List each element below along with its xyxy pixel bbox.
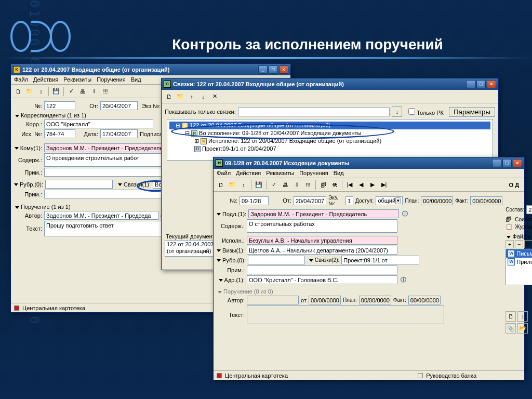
soderzh-field[interactable]: О проведении строительных работ: [44, 153, 174, 167]
up-icon[interactable]: ↑: [187, 91, 197, 102]
minimize-button[interactable]: _: [258, 65, 268, 74]
korr-field[interactable]: ООО "Кристалл": [44, 119, 153, 128]
titlebar[interactable]: И 09-1/28 от 20.04.2007 Исходящие докуме…: [214, 157, 524, 169]
folder-icon[interactable]: 📁: [24, 86, 35, 97]
tekst-field[interactable]: Прошу подготовить ответ: [44, 221, 174, 236]
delete-icon[interactable]: ✕: [209, 91, 220, 102]
vizy-field[interactable]: Щеглов А.А. - Начальник департамента (20…: [247, 246, 397, 255]
print-icon[interactable]: 🖶: [77, 86, 88, 97]
doc-icon[interactable]: 🗐: [318, 180, 328, 190]
tree-item[interactable]: ППроект:09-1/1 от 20/04/2007: [169, 145, 490, 153]
action-icon[interactable]: 🗋: [506, 311, 516, 322]
info-icon[interactable]: ⓘ: [400, 276, 407, 284]
prim-field[interactable]: [247, 265, 397, 274]
file-add-icon[interactable]: +: [506, 240, 514, 248]
tekst-field[interactable]: [247, 305, 444, 324]
soderzh-field[interactable]: О строительных работах: [247, 219, 397, 233]
pplan-field[interactable]: 00/00/0000: [359, 296, 391, 304]
ispoln-field[interactable]: Безуглых А.В. - Начальник управления: [247, 236, 397, 245]
nav-icon[interactable]: ↕: [238, 180, 249, 190]
rubr-field[interactable]: [45, 180, 113, 189]
first-icon[interactable]: |◀: [344, 180, 355, 190]
mark-icon[interactable]: !!!: [100, 86, 111, 97]
soispoln-link[interactable]: Соисполнители (0): [515, 217, 532, 222]
menu-actions[interactable]: Действия: [33, 76, 58, 83]
podl-field[interactable]: Задорнов М.М. - Президент - Председатель…: [248, 209, 399, 218]
menu-requisites[interactable]: Реквизиты: [266, 170, 294, 177]
dostup-field[interactable]: общий▼: [376, 196, 403, 205]
info-icon[interactable]: ⓘ: [401, 210, 408, 218]
check-icon[interactable]: ✓: [66, 86, 76, 97]
date-field[interactable]: 20/04/2007: [100, 101, 138, 110]
avtor-field[interactable]: Задорнов М.М. - Президент - Председа: [44, 211, 158, 220]
print-icon[interactable]: 🖶: [280, 180, 290, 190]
file-item[interactable]: WПриложение.doc: [506, 258, 532, 266]
barcode-icon[interactable]: ⦀: [291, 180, 302, 190]
folder-icon[interactable]: 📁: [227, 180, 237, 190]
folder-icon[interactable]: 📁: [175, 91, 185, 102]
tree-item[interactable]: ⊟ ИВо исполнение: 09-1/28 от 20/04/2007 …: [169, 129, 490, 137]
journal-icon[interactable]: 📋: [506, 223, 513, 230]
copy-icon[interactable]: 🗐: [506, 216, 513, 222]
action-icon[interactable]: 📂: [517, 323, 528, 334]
save-icon[interactable]: 💾: [51, 86, 61, 97]
menu-view[interactable]: Вид: [334, 170, 344, 177]
fakt-field[interactable]: 00/00/0000: [470, 196, 502, 205]
menu-file[interactable]: Файл: [14, 76, 28, 83]
prim2-field[interactable]: [44, 190, 174, 198]
minimize-button[interactable]: _: [492, 159, 501, 167]
no-field[interactable]: 09-1/28: [240, 196, 269, 205]
avtor-ot-field[interactable]: 00/00/0000: [309, 296, 341, 304]
minimize-button[interactable]: _: [466, 80, 475, 88]
filter-button[interactable]: ↓: [392, 107, 402, 117]
action-icon[interactable]: ↕: [517, 311, 528, 322]
menu-actions[interactable]: Действия: [236, 170, 261, 177]
ish-field[interactable]: 784-74: [44, 129, 75, 138]
pfakt-field[interactable]: 00/00/0000: [408, 296, 441, 304]
no-field[interactable]: 122: [44, 101, 75, 110]
tool-icon[interactable]: 🛠: [329, 180, 340, 190]
filter-field[interactable]: [238, 108, 390, 116]
save-icon[interactable]: 💾: [254, 180, 264, 190]
file-open-icon[interactable]: 🗋: [524, 240, 532, 248]
adr-field[interactable]: ООО "Кристалл" - Голованов В.С.: [247, 275, 397, 284]
nav-icon[interactable]: ↕: [36, 86, 46, 97]
new-icon[interactable]: 🗋: [13, 86, 23, 97]
file-item[interactable]: WПисьмо.doc: [506, 249, 532, 258]
komu-field[interactable]: Задорнов М.М. - Президент - Председатель…: [44, 143, 174, 152]
rubr-field[interactable]: [248, 256, 305, 264]
params-button[interactable]: Параметры: [449, 107, 495, 117]
barcode-icon[interactable]: ⦀: [89, 86, 99, 97]
menu-file[interactable]: Файл: [217, 170, 231, 177]
last-icon[interactable]: ▶|: [379, 180, 389, 190]
maximize-button[interactable]: □: [269, 65, 278, 74]
next-icon[interactable]: ▶: [367, 180, 378, 190]
action-icon[interactable]: 📎: [506, 323, 516, 334]
menu-view[interactable]: Вид: [131, 76, 141, 83]
check-icon[interactable]: ✓: [269, 180, 279, 190]
maximize-button[interactable]: □: [476, 80, 486, 88]
maximize-button[interactable]: □: [502, 159, 512, 167]
titlebar[interactable]: К 122 от 20.04.2007 Входящие общие (от о…: [11, 64, 290, 75]
close-button[interactable]: ×: [487, 80, 496, 88]
only-rk-checkbox[interactable]: Только РК: [408, 108, 444, 116]
mark-icon[interactable]: !!!: [303, 180, 313, 190]
sost-field[interactable]: 2+15: [526, 205, 532, 214]
data-field[interactable]: 17/04/2007: [100, 129, 138, 138]
ekz-field[interactable]: 1: [345, 196, 353, 205]
plan-field[interactable]: 00/00/0000: [421, 196, 453, 205]
tree-item[interactable]: ⊞ КИсполнено: 122 от 20/04/2007 Входящие…: [169, 137, 490, 145]
zhurnal-link[interactable]: Журнал передачи: [515, 224, 532, 230]
avtor-field[interactable]: [247, 296, 299, 304]
titlebar[interactable]: С Связки: 122 от 20.04.2007 Входящие общ…: [162, 78, 498, 90]
new-icon[interactable]: 🗋: [164, 91, 174, 102]
prev-icon[interactable]: ◀: [356, 180, 366, 190]
new-icon[interactable]: 🗋: [216, 180, 226, 190]
menu-assignments[interactable]: Поручения: [97, 76, 126, 83]
close-button[interactable]: ×: [513, 159, 522, 167]
down-icon[interactable]: ↓: [198, 91, 208, 102]
menu-assignments[interactable]: Поручения: [299, 170, 328, 177]
tree-root[interactable]: ⊟ К122 от 20.04.2007 Входящие общие (от …: [169, 122, 490, 129]
menu-requisites[interactable]: Реквизиты: [63, 76, 91, 83]
file-del-icon[interactable]: −: [515, 240, 523, 248]
